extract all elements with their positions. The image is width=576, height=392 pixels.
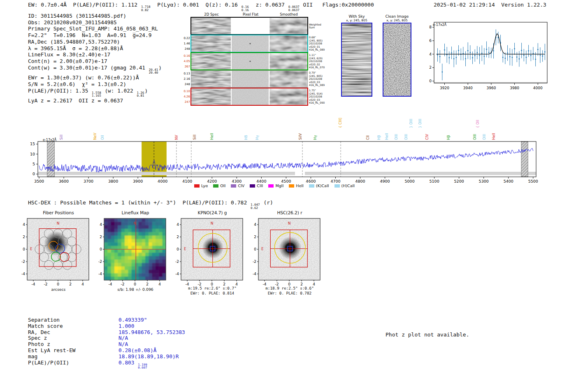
- match-row-value: 0.28(±0.08)Å: [118, 348, 156, 354]
- match-row-label: Photo z: [28, 341, 118, 348]
- svg-text:N: N: [211, 221, 214, 225]
- svg-text:N: N: [288, 221, 291, 225]
- svg-text:15: 15: [30, 141, 35, 146]
- fiber-cutout-row: 0.104.262471.75"(245, 914)20210208v020_0…: [182, 88, 332, 105]
- fiber-cutout-grid: 2D SpecPixel FlatSmoothedWeightedSum0.22…: [182, 12, 332, 106]
- cutout-col-title: Pixel Flat: [232, 12, 269, 18]
- spectral-line-label: CII: [366, 135, 370, 140]
- svg-text:4700: 4700: [330, 179, 340, 183]
- svg-text:4000: 4000: [533, 86, 543, 90]
- svg-text:5500: 5500: [528, 179, 538, 183]
- spectral-line-label: { CIII]: [338, 118, 342, 128]
- svg-text:-4: -4: [175, 272, 179, 276]
- svg-text:2: 2: [429, 65, 432, 70]
- smoothed-cutout: [269, 35, 307, 52]
- panel-title-lineflux-map: Lineflux Map: [98, 210, 172, 215]
- svg-text:N: N: [57, 221, 60, 225]
- legend-item: Lyα: [194, 183, 208, 188]
- svg-text:10: 10: [30, 152, 35, 156]
- match-row-label: Match score: [28, 323, 118, 329]
- match-row-value: 185.948676, 53.752383: [118, 329, 185, 336]
- spectral-line-label: SiIV: [298, 133, 302, 140]
- svg-text:0: 0: [177, 247, 179, 251]
- detection-info-block: ID: 3011544985 (3011544985.pdf)Obs: 2021…: [28, 13, 162, 104]
- svg-text:0: 0: [57, 282, 59, 286]
- match-row-value: 0.493339": [118, 317, 147, 323]
- svg-text:0: 0: [100, 247, 102, 251]
- hsc-cutout-plot: NE-4-4-2-2002244: [244, 216, 326, 289]
- spectral-line-label: NeV: [93, 133, 97, 140]
- match-row-label: mag: [28, 354, 118, 360]
- svg-text:E: E: [30, 247, 33, 251]
- smoothed-cutout: [269, 71, 307, 87]
- lineflux-map-plot: N-4-4-2-2002244: [89, 216, 172, 289]
- svg-text:4300: 4300: [232, 179, 242, 183]
- legend-item: OII: [213, 183, 225, 188]
- match-row-label: Est LyA rest-EW: [28, 348, 118, 354]
- legend-swatch: [334, 184, 340, 188]
- match-row-value: 1.000: [118, 323, 135, 329]
- svg-text:3980: 3980: [510, 86, 519, 90]
- svg-text:E: E: [184, 247, 186, 251]
- legend-swatch: [289, 184, 294, 188]
- svg-text:3960: 3960: [486, 86, 496, 90]
- spectral-line-label: CIV: [425, 134, 429, 140]
- spec2d-cutout: [191, 53, 231, 70]
- svg-text:E: E: [261, 247, 264, 251]
- clean-image-title: Clean Image: [382, 14, 412, 19]
- fiber-positions-plot: NE-4-4-2-2002244: [12, 216, 95, 289]
- spectral-line-label: OIII: [482, 134, 486, 140]
- legend-item: (K)CaII: [309, 183, 329, 188]
- spectrum-units: e-17x2Å: [43, 138, 56, 142]
- withsky-xy: x, y: 245, 805: [341, 19, 373, 22]
- spectral-line-label: OIII: [404, 134, 408, 140]
- svg-text:-2: -2: [44, 282, 48, 286]
- spectral-line-label: SiII: [193, 135, 197, 140]
- svg-text:N: N: [134, 221, 137, 225]
- svg-text:4600: 4600: [306, 179, 316, 183]
- withsky-cutout: With Sky x, y: 245, 805: [341, 14, 373, 97]
- match-table-row: Match score1.000: [28, 323, 185, 329]
- clean-image: [383, 23, 411, 97]
- hsc-mag-caption: m:18.9 re:2.5" s:0.6": [249, 286, 331, 290]
- svg-text:5400: 5400: [504, 179, 513, 183]
- svg-text:-4: -4: [32, 282, 35, 286]
- zoom-plot-units: e-17x2Å: [433, 23, 446, 27]
- fiber-positions-xlabel: arcsecs: [17, 287, 100, 292]
- cutout-grid-header: 2D SpecPixel FlatSmoothed: [191, 12, 332, 18]
- svg-text:5100: 5100: [430, 179, 439, 183]
- legend-swatch: [268, 184, 274, 188]
- pixel-flat-cutout: [232, 71, 269, 87]
- panel-title-fiber-positions: Fiber Positions: [21, 210, 95, 215]
- svg-text:4: 4: [81, 282, 84, 286]
- smoothed-cutout: [269, 88, 307, 105]
- match-table-row: Est LyA rest-EW0.28(±0.08)Å: [28, 348, 185, 354]
- match-table-row: mag18.89(18.89,18.90)R: [28, 354, 185, 360]
- svg-text:4: 4: [100, 223, 102, 227]
- spec2d-cutout: [191, 71, 231, 87]
- legend-item: CIV: [231, 183, 244, 188]
- svg-text:-2: -2: [175, 260, 179, 264]
- svg-text:3500: 3500: [34, 179, 44, 183]
- spectral-line-label: OIII: [394, 134, 398, 140]
- svg-text:2: 2: [146, 282, 149, 286]
- svg-text:4400: 4400: [256, 179, 266, 183]
- kpno-plae-caption: EWr: 0. PLAE: 0.814: [171, 291, 253, 295]
- spec2d-cutout: [191, 35, 231, 52]
- svg-text:3800: 3800: [108, 179, 118, 183]
- clean-image-xy: x, y: 245, 805: [382, 19, 412, 22]
- svg-text:4100: 4100: [182, 179, 192, 183]
- clean-image-cutout: Clean Image x, y: 245, 805: [382, 14, 412, 97]
- legend-item: MgII: [268, 183, 283, 188]
- spectral-line-label: Hγ: [255, 135, 259, 140]
- svg-text:3940: 3940: [463, 86, 473, 90]
- pixel-flat-cutout: [232, 18, 269, 34]
- smoothed-cutout: [269, 53, 307, 70]
- full-spectrum-plot: 3500360037003800390040004100420043004400…: [23, 137, 545, 187]
- spectral-line-label: HeII: [492, 133, 496, 140]
- header-summary: EW: 0.7±0.4Å P(LAE)/P(OII): 1.112 1.7180…: [28, 2, 374, 12]
- svg-text:4: 4: [429, 52, 432, 56]
- svg-text:3700: 3700: [84, 179, 93, 183]
- match-row-value: N/A: [118, 341, 128, 348]
- catalog-match-table: Separation0.493339"Match score1.000RA, D…: [28, 317, 185, 369]
